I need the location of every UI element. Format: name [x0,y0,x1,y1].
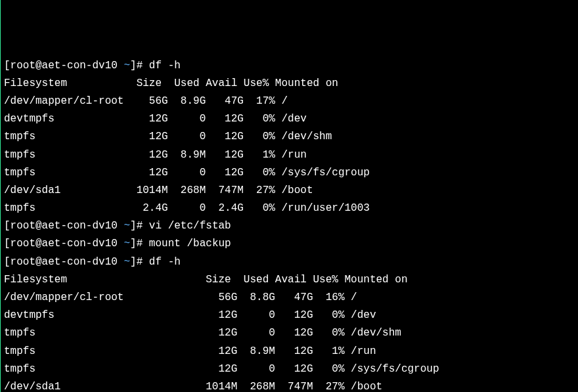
df-row: /dev/mapper/cl-root 56G 8.9G 47G 17% / [4,93,575,110]
df-row: tmpfs 12G 0 12G 0% /sys/fs/cgroup [4,360,575,378]
prompt-line-mount[interactable]: [root@aet-con-dv10 ~]# mount /backup [4,235,575,253]
prompt-line-df2[interactable]: [root@aet-con-dv10 ~]# df -h [4,253,575,271]
prompt-line-vi[interactable]: [root@aet-con-dv10 ~]# vi /etc/fstab [4,217,575,235]
df-row: /dev/sda1 1014M 268M 747M 27% /boot [4,378,575,392]
command-text: df -h [149,60,181,72]
command-text: mount /backup [149,238,231,250]
df-header-1: Filesystem Size Used Avail Use% Mounted … [4,75,575,93]
df-header-2: Filesystem Size Used Avail Use% Mounted … [4,271,575,289]
df-row: tmpfs 2.4G 0 2.4G 0% /run/user/1003 [4,200,575,217]
df-row: devtmpfs 12G 0 12G 0% /dev [4,307,575,324]
command-text: df -h [149,256,181,268]
df-row: tmpfs 12G 0 12G 0% /dev/shm [4,128,575,146]
df-row: tmpfs 12G 0 12G 0% /dev/shm [4,324,575,342]
command-text: vi /etc/fstab [149,220,231,232]
df-row: tmpfs 12G 0 12G 0% /sys/fs/cgroup [4,164,575,182]
df-row: tmpfs 12G 8.9M 12G 1% /run [4,146,575,164]
df-row: /dev/mapper/cl-root 56G 8.8G 47G 16% / [4,289,575,307]
terminal-output: [root@aet-con-dv10 ~]# df -hFilesystem S… [4,57,575,392]
df-row: /dev/sda1 1014M 268M 747M 27% /boot [4,182,575,200]
df-row: tmpfs 12G 8.9M 12G 1% /run [4,343,575,360]
df-row: devtmpfs 12G 0 12G 0% /dev [4,110,575,128]
prompt-line-df1[interactable]: [root@aet-con-dv10 ~]# df -h [4,57,575,75]
